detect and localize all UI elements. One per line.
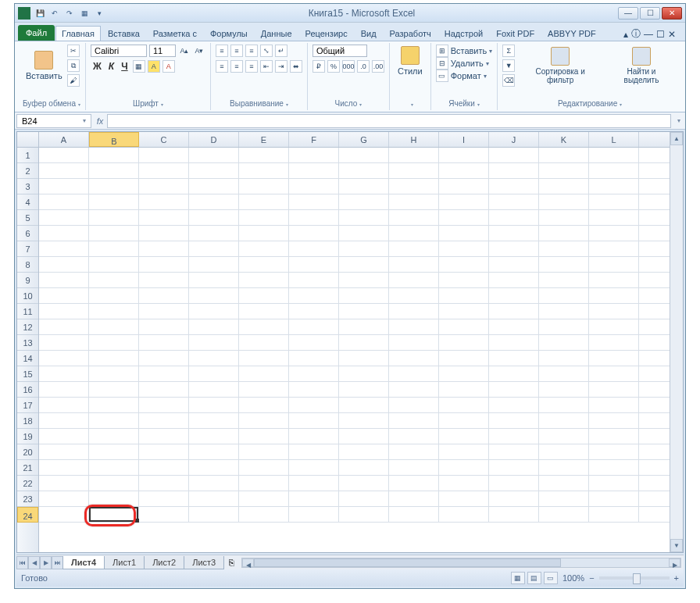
- tab-insert[interactable]: Вставка: [102, 26, 146, 41]
- row-header[interactable]: 16: [17, 382, 38, 398]
- cell[interactable]: [389, 491, 439, 506]
- cell[interactable]: [39, 210, 89, 225]
- scroll-track[interactable]: [670, 145, 683, 539]
- fill-icon[interactable]: ▼: [502, 59, 515, 72]
- column-header[interactable]: A: [39, 132, 89, 147]
- cell[interactable]: [139, 288, 189, 303]
- cell[interactable]: [89, 288, 139, 303]
- cell[interactable]: [289, 304, 339, 319]
- column-header[interactable]: L: [589, 132, 639, 147]
- insert-cells-button[interactable]: Вставить: [451, 46, 488, 55]
- cell[interactable]: [39, 335, 89, 350]
- row-header[interactable]: 3: [17, 179, 38, 194]
- orientation-icon[interactable]: ⤡: [260, 45, 273, 57]
- cell[interactable]: [139, 163, 189, 178]
- format-cells-button[interactable]: Формат: [451, 71, 481, 80]
- cell[interactable]: [439, 257, 489, 272]
- active-cell[interactable]: [89, 507, 138, 522]
- cell[interactable]: [439, 226, 489, 241]
- cell[interactable]: [89, 194, 139, 209]
- cell[interactable]: [389, 304, 439, 319]
- align-center-icon[interactable]: ≡: [230, 60, 243, 73]
- row-header[interactable]: 1: [17, 148, 38, 163]
- cell[interactable]: [339, 491, 389, 506]
- align-middle-icon[interactable]: ≡: [230, 45, 243, 57]
- cell[interactable]: [189, 288, 239, 303]
- cell[interactable]: [339, 460, 389, 475]
- cell[interactable]: [39, 413, 89, 428]
- cell[interactable]: [289, 163, 339, 178]
- hscroll-track[interactable]: [561, 558, 669, 567]
- cell[interactable]: [239, 507, 289, 522]
- cell[interactable]: [289, 335, 339, 350]
- cell[interactable]: [489, 335, 539, 350]
- cell[interactable]: [539, 288, 589, 303]
- column-header[interactable]: J: [489, 132, 539, 147]
- fill-color-icon[interactable]: A: [148, 60, 160, 73]
- cell[interactable]: [39, 460, 89, 475]
- cell[interactable]: [289, 194, 339, 209]
- fx-icon[interactable]: fx: [93, 116, 107, 126]
- cell[interactable]: [339, 366, 389, 381]
- cell[interactable]: [389, 335, 439, 350]
- chevron-down-icon[interactable]: ▾: [83, 117, 86, 124]
- cell[interactable]: [139, 491, 189, 506]
- cell[interactable]: [389, 210, 439, 225]
- cell[interactable]: [439, 163, 489, 178]
- cell[interactable]: [239, 413, 289, 428]
- cell[interactable]: [89, 398, 139, 412]
- cell[interactable]: [289, 179, 339, 194]
- close-button[interactable]: ✕: [662, 7, 682, 20]
- cell[interactable]: [139, 351, 189, 366]
- sheet-tab[interactable]: Лист3: [184, 556, 224, 569]
- row-header[interactable]: 8: [17, 257, 38, 273]
- cell[interactable]: [189, 413, 239, 428]
- cell[interactable]: [239, 194, 289, 209]
- wrap-text-icon[interactable]: ↵: [275, 45, 288, 57]
- cell[interactable]: [39, 241, 89, 256]
- cell[interactable]: [189, 476, 239, 491]
- hscroll-thumb[interactable]: [254, 558, 561, 567]
- cell[interactable]: [389, 273, 439, 287]
- zoom-in-button[interactable]: +: [674, 573, 679, 583]
- tab-prev-icon[interactable]: ◀: [28, 556, 40, 569]
- styles-button[interactable]: Стили: [395, 45, 426, 77]
- cell[interactable]: [139, 273, 189, 287]
- cell[interactable]: [89, 382, 139, 397]
- cell[interactable]: [139, 398, 189, 412]
- insert-cells-icon[interactable]: ⊞: [436, 45, 448, 57]
- cell[interactable]: [339, 476, 389, 491]
- row-header[interactable]: 11: [17, 304, 38, 319]
- cells-body[interactable]: [39, 148, 670, 552]
- cell-grid[interactable]: 123456789101112131415161718192021222324: [17, 148, 670, 552]
- cell[interactable]: [539, 226, 589, 241]
- cell[interactable]: [339, 335, 389, 350]
- expand-fxbar-icon[interactable]: ▾: [673, 117, 685, 124]
- qat-more-icon[interactable]: ▾: [93, 7, 105, 20]
- cell[interactable]: [239, 429, 289, 444]
- cell[interactable]: [589, 413, 639, 428]
- cell[interactable]: [239, 226, 289, 241]
- cell[interactable]: [239, 319, 289, 334]
- cell[interactable]: [189, 179, 239, 194]
- vertical-scrollbar[interactable]: ▲ ▼: [670, 132, 683, 552]
- underline-button[interactable]: Ч: [119, 61, 130, 72]
- cell[interactable]: [189, 148, 239, 162]
- cell[interactable]: [39, 366, 89, 381]
- indent-dec-icon[interactable]: ⇤: [260, 60, 273, 73]
- name-box[interactable]: B24▾: [16, 114, 91, 128]
- cell[interactable]: [539, 241, 589, 256]
- tab-last-icon[interactable]: ⏭: [52, 556, 63, 569]
- cell[interactable]: [239, 476, 289, 491]
- new-sheet-button[interactable]: ⎘: [224, 556, 239, 569]
- cell[interactable]: [539, 444, 589, 459]
- cell[interactable]: [589, 319, 639, 334]
- tab-first-icon[interactable]: ⏮: [16, 556, 28, 569]
- cell[interactable]: [389, 444, 439, 459]
- cell[interactable]: [139, 413, 189, 428]
- cell[interactable]: [589, 210, 639, 225]
- cell[interactable]: [439, 444, 489, 459]
- cell[interactable]: [489, 460, 539, 475]
- delete-cells-icon[interactable]: ⊟: [436, 57, 448, 70]
- cell[interactable]: [389, 257, 439, 272]
